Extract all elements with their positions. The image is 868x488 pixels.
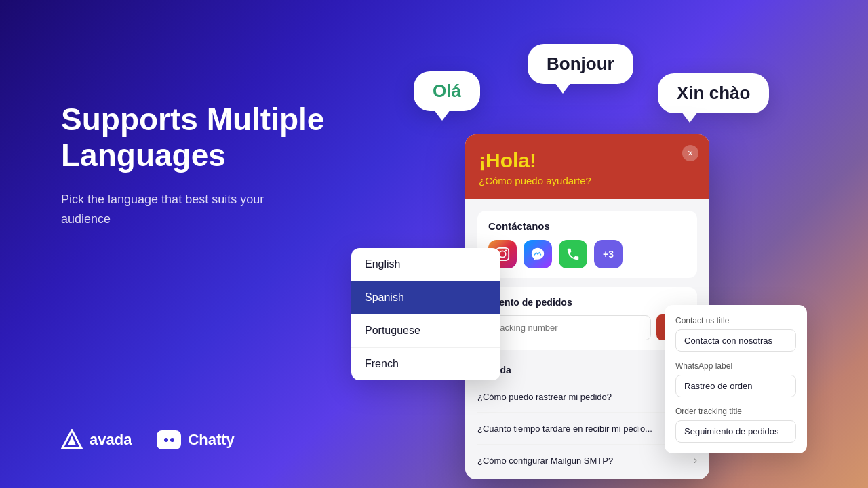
lang-spanish[interactable]: Spanish — [351, 281, 500, 314]
avada-brand: avada — [61, 429, 132, 451]
phone-icon[interactable] — [559, 240, 587, 268]
settings-field-1: Contact us title Contacta con nosotras — [675, 316, 796, 352]
chat-header: ¡Hola! ¿Cómo puedo ayudarte? × — [465, 134, 709, 199]
chatty-icon — [157, 430, 181, 449]
chatty-label: Chatty — [188, 431, 234, 449]
tracking-input[interactable] — [488, 315, 651, 340]
speech-bubble-ola: Olá — [414, 71, 480, 111]
settings-label-2: WhatsApp label — [675, 361, 796, 371]
speech-bubble-bonjour: Bonjour — [528, 44, 633, 84]
tracking-title: miento de pedidos — [488, 297, 686, 308]
tracking-input-row — [488, 314, 686, 340]
contact-title: Contáctanos — [488, 220, 686, 232]
main-heading: Supports Multiple Languages — [61, 102, 346, 174]
settings-field-3: Order tracking title Seguimiento de pedi… — [675, 407, 796, 443]
avada-logo-icon — [61, 429, 83, 451]
contact-icons: +3 — [488, 240, 686, 268]
faq-text-3: ¿Cómo configurar Mailgun SMTP? — [477, 455, 694, 466]
chat-subtitle: ¿Cómo puedo ayudarte? — [479, 175, 696, 186]
chat-title: ¡Hola! — [479, 149, 696, 172]
lang-french[interactable]: French — [351, 348, 500, 380]
svg-point-4 — [505, 250, 507, 252]
contact-section: Contáctanos — [477, 211, 697, 278]
more-channels-button[interactable]: +3 — [594, 240, 623, 268]
chat-close-button[interactable]: × — [682, 145, 698, 161]
chatty-brand: Chatty — [157, 430, 234, 449]
settings-value-3: Seguimiento de pedidos — [675, 420, 796, 443]
faq-text-1: ¿Cómo puedo rastrear mi pedido? — [477, 392, 694, 402]
settings-value-1: Contacta con nosotras — [675, 329, 796, 352]
settings-value-2: Rastreo de orden — [675, 375, 796, 397]
settings-field-2: WhatsApp label Rastreo de orden — [675, 361, 796, 397]
avada-label: avada — [90, 431, 132, 449]
messenger-icon[interactable] — [524, 240, 552, 268]
faq-arrow-3: › — [694, 454, 697, 466]
chatty-dot-1 — [164, 438, 168, 442]
lang-portuguese[interactable]: Portuguese — [351, 314, 500, 348]
settings-label-3: Order tracking title — [675, 407, 796, 416]
sub-text: Pick the language that best suits your a… — [61, 190, 292, 229]
language-dropdown: English Spanish Portuguese French — [351, 248, 500, 380]
left-content: Supports Multiple Languages Pick the lan… — [61, 102, 346, 228]
faq-item-3[interactable]: ¿Cómo configurar Mailgun SMTP? › — [477, 445, 697, 476]
settings-panel: Contact us title Contacta con nosotras W… — [665, 305, 807, 453]
chatty-dot-2 — [170, 438, 174, 442]
faq-text-2: ¿Cuánto tiempo tardaré en recibir mi ped… — [477, 424, 694, 434]
brand-divider — [144, 429, 144, 451]
speech-bubble-xin: Xin chào — [658, 73, 769, 113]
settings-label-1: Contact us title — [675, 316, 796, 325]
lang-english[interactable]: English — [351, 248, 500, 281]
branding: avada Chatty — [61, 429, 235, 451]
